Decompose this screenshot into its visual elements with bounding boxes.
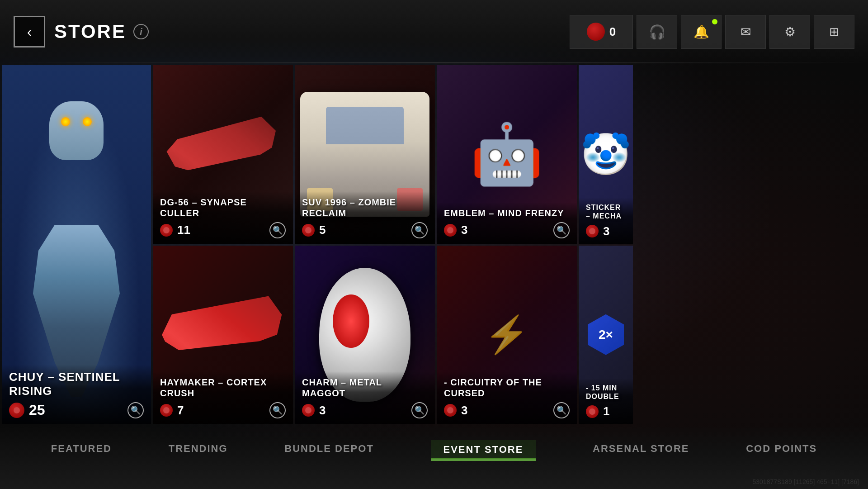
- card-double-title: - 15 MIN DOUBLE: [586, 384, 626, 401]
- headset-button[interactable]: 🎧: [637, 15, 677, 49]
- tab-cod-points-underline: [746, 457, 817, 458]
- cod-icon-emblem: [444, 224, 457, 237]
- notification-dot: [712, 19, 717, 24]
- tab-trending-underline: [169, 457, 228, 458]
- card-emblem-price-left: 3: [444, 223, 467, 237]
- headset-icon: 🎧: [649, 24, 665, 40]
- card-chuy-search[interactable]: 🔍: [127, 402, 144, 418]
- soldier-head: [49, 101, 104, 160]
- settings-button[interactable]: ⚙: [769, 15, 810, 49]
- tab-event-store-label: EVENT STORE: [443, 444, 524, 456]
- cod-icon-double: [586, 405, 599, 418]
- store-title-group: STORE i: [54, 21, 149, 43]
- card-chuy[interactable]: CHUY – SENTINEL RISING 25 🔍: [2, 65, 151, 424]
- tab-trending-label: TRENDING: [169, 443, 228, 455]
- info-button[interactable]: i: [133, 24, 149, 39]
- card-circuitry[interactable]: ⚡ - CIRCUITRY OF THE CURSED 3 🔍: [437, 246, 577, 424]
- card-double-price-row: 1: [586, 404, 626, 418]
- card-dg56-title: DG-56 – SYNAPSE CULLER: [160, 197, 286, 218]
- tab-event-store[interactable]: EVENT STORE: [431, 440, 536, 461]
- tab-bundle-depot-underline: [284, 457, 374, 458]
- mail-button[interactable]: ✉: [725, 15, 766, 49]
- card-double-bottom: - 15 MIN DOUBLE 1: [579, 378, 633, 424]
- card-sticker[interactable]: 🤡 STICKER – MECHA 3: [579, 65, 633, 244]
- tab-arsenal-store[interactable]: ARSENAL STORE: [593, 443, 689, 458]
- card-dg56-price: 11: [177, 223, 190, 237]
- card-dg56-search[interactable]: 🔍: [269, 222, 286, 238]
- tab-cod-points-label: COD POINTS: [746, 443, 817, 455]
- card-charm-price-left: 3: [302, 404, 326, 418]
- card-double-xp[interactable]: 2× - 15 MIN DOUBLE 1: [579, 246, 633, 424]
- card-dg56-price-left: 11: [160, 223, 190, 237]
- card-suv-price-left: 5: [302, 223, 326, 237]
- card-chuy-price-left: 25: [9, 402, 45, 418]
- card-haymaker[interactable]: HAYMAKER – CORTEX CRUSH 7 🔍: [153, 246, 293, 424]
- card-suv[interactable]: SUV 1996 – ZOMBIE RECLAIM 5 🔍: [295, 65, 435, 244]
- grid-button[interactable]: ⊞: [814, 15, 854, 49]
- card-charm-price-row: 3 🔍: [302, 402, 428, 418]
- cod-icon-sticker: [586, 225, 599, 237]
- card-emblem-title: EMBLEM – MIND FRENZY: [444, 208, 570, 218]
- card-dg56-price-row: 11 🔍: [160, 222, 286, 238]
- back-icon: ‹: [27, 24, 32, 40]
- card-chuy-price: 25: [29, 402, 45, 418]
- tab-cod-points[interactable]: COD POINTS: [746, 443, 817, 458]
- card-emblem-search[interactable]: 🔍: [553, 222, 570, 238]
- card-sticker-price-left: 3: [586, 224, 609, 238]
- tab-arsenal-store-underline: [593, 457, 689, 458]
- card-charm-price: 3: [319, 404, 326, 418]
- cod-icon-chuy: [9, 403, 24, 418]
- card-sticker-bottom: STICKER – MECHA 3: [579, 198, 633, 243]
- card-chuy-price-row: 25 🔍: [9, 402, 144, 418]
- tab-event-store-underline: [431, 458, 536, 459]
- card-sticker-price-row: 3: [586, 224, 626, 238]
- card-charm[interactable]: CHARM – METAL MAGGOT 3 🔍: [295, 246, 435, 424]
- card-circuitry-search[interactable]: 🔍: [553, 402, 570, 418]
- card-dg56-bottom: DG-56 – SYNAPSE CULLER 11 🔍: [153, 191, 293, 244]
- tab-bundle-depot[interactable]: BUNDLE DEPOT: [284, 443, 374, 458]
- tab-featured-label: FEATURED: [51, 443, 112, 455]
- cod-icon-suv: [302, 224, 315, 237]
- card-double-price-left: 1: [586, 404, 609, 418]
- tab-featured[interactable]: FEATURED: [51, 443, 112, 458]
- card-suv-price: 5: [319, 223, 326, 237]
- card-haymaker-price-row: 7 🔍: [160, 402, 286, 418]
- card-charm-bottom: CHARM – METAL MAGGOT 3 🔍: [295, 371, 435, 424]
- xp-badge: 2×: [588, 314, 624, 355]
- mail-icon: ✉: [741, 24, 751, 39]
- footer-debug: 5301877S189 [11265] 465+11] [7186]: [753, 478, 859, 485]
- card-haymaker-price-left: 7: [160, 404, 184, 418]
- tab-featured-underline: [51, 457, 112, 458]
- card-suv-price-row: 5 🔍: [302, 222, 428, 238]
- card-charm-title: CHARM – METAL MAGGOT: [302, 377, 428, 399]
- grid-icon: ⊞: [829, 25, 839, 39]
- tab-trending[interactable]: TRENDING: [169, 443, 228, 458]
- soldier-eyes: [61, 117, 92, 126]
- notification-button[interactable]: 🔔: [681, 15, 722, 49]
- card-suv-bottom: SUV 1996 – ZOMBIE RECLAIM 5 🔍: [295, 191, 435, 244]
- tab-arsenal-store-label: ARSENAL STORE: [593, 443, 689, 455]
- cod-points-button[interactable]: 0: [570, 15, 633, 49]
- xp-content: 2×: [588, 314, 624, 355]
- page-title: STORE: [54, 21, 126, 43]
- card-circuitry-price-row: 3 🔍: [444, 402, 570, 418]
- card-emblem[interactable]: 🤖 EMBLEM – MIND FRENZY 3 🔍: [437, 65, 577, 244]
- card-charm-search[interactable]: 🔍: [411, 402, 428, 418]
- top-bar-line: [0, 62, 868, 63]
- card-suv-search[interactable]: 🔍: [411, 222, 428, 238]
- card-haymaker-price: 7: [177, 404, 184, 418]
- card-suv-title: SUV 1996 – ZOMBIE RECLAIM: [302, 197, 428, 218]
- card-circuitry-title: - CIRCUITRY OF THE CURSED: [444, 377, 570, 399]
- soldier-eye-left: [61, 117, 70, 126]
- card-emblem-price: 3: [461, 223, 467, 237]
- card-dg56[interactable]: DG-56 – SYNAPSE CULLER 11 🔍: [153, 65, 293, 244]
- store-grid: CHUY – SENTINEL RISING 25 🔍 DG-56 – SYNA…: [0, 63, 868, 426]
- card-emblem-bottom: EMBLEM – MIND FRENZY 3 🔍: [437, 202, 577, 244]
- cod-points-icon: [587, 23, 605, 41]
- bottom-nav: FEATURED TRENDING BUNDLE DEPOT EVENT STO…: [0, 426, 868, 489]
- cod-icon-haymaker: [160, 404, 173, 417]
- back-button[interactable]: ‹: [14, 16, 45, 47]
- top-right-icons: 0 🎧 🔔 ✉ ⚙ ⊞: [570, 15, 854, 49]
- cod-icon-dg56: [160, 224, 173, 237]
- card-haymaker-search[interactable]: 🔍: [269, 402, 286, 418]
